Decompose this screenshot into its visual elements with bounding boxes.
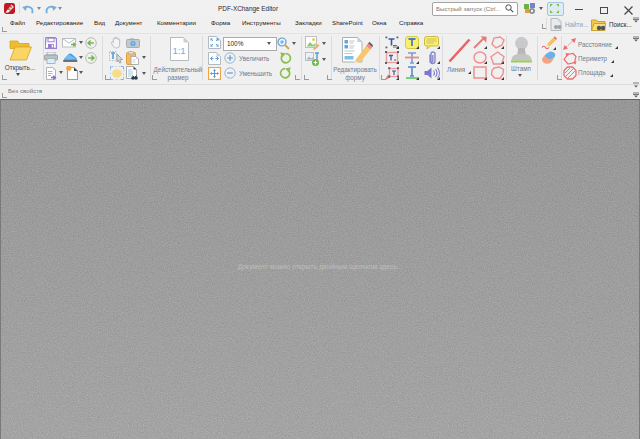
svg-text:1:1: 1:1 (172, 45, 185, 56)
